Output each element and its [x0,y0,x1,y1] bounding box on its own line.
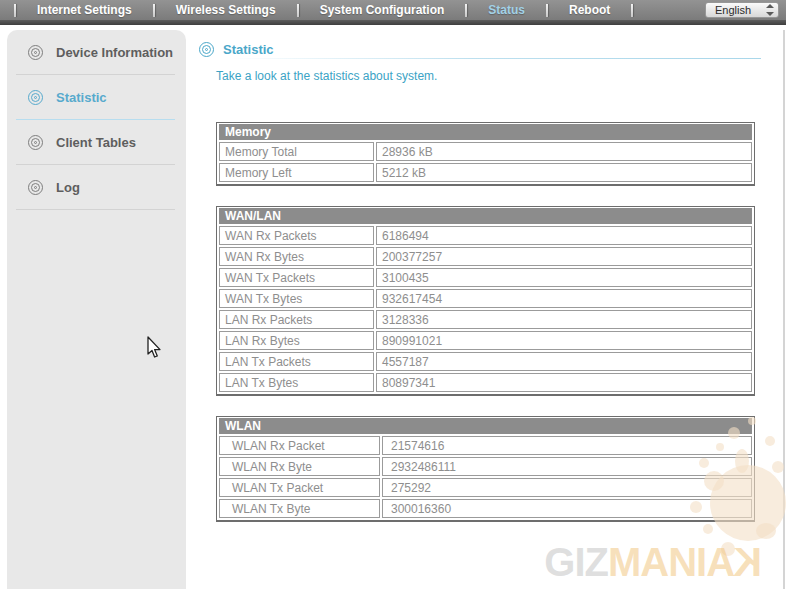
nav-system-configuration[interactable]: System Configuration [299,3,466,17]
stat-label: LAN Rx Packets [219,310,374,329]
nav-reboot[interactable]: Reboot [548,3,631,17]
stat-value: 2932486111 [382,457,752,476]
heading-underline [231,58,761,59]
sidebar-item-client-tables[interactable]: Client Tables [7,120,186,164]
nav-status[interactable]: Status [467,3,546,17]
ring-bullet-icon [28,135,43,150]
sidebar-item-label: Device Information [56,45,173,60]
sidebar-item-log[interactable]: Log [7,165,186,209]
sidebar-item-label: Log [56,180,80,195]
table-header: WAN/LAN [219,208,752,224]
router-admin-screen: Internet Settings Wireless Settings Syst… [0,0,786,589]
stat-label: Memory Left [219,163,374,182]
stat-label: WAN Tx Packets [219,268,374,287]
ring-bullet-icon [28,90,43,105]
stat-value: 80897341 [376,373,752,392]
stat-label: WLAN Tx Packet [219,478,380,497]
page-title-text: Statistic [223,42,274,57]
statistics-tables: Memory Memory Total 28936 kB Memory Left… [216,122,755,542]
wan-lan-table: WAN/LAN WAN Rx Packets 6186494 WAN Rx By… [216,206,755,396]
sidebar-divider [16,209,175,210]
page-title: Statistic [199,42,274,57]
top-navigation: Internet Settings Wireless Settings Syst… [0,0,786,20]
table-row: LAN Tx Bytes 80897341 [219,373,752,392]
stat-label: WAN Rx Packets [219,226,374,245]
table-row: WLAN Tx Byte 300016360 [219,499,752,518]
table-row: LAN Tx Packets 4557187 [219,352,752,371]
stat-value: 932617454 [376,289,752,308]
table-row: WAN Rx Packets 6186494 [219,226,752,245]
table-header: WLAN [219,418,752,434]
spinner-down-icon[interactable] [766,12,774,16]
sidebar: Device Information Statistic Client Tabl… [7,30,186,589]
ring-bullet-icon [28,45,43,60]
table-row: WAN Rx Bytes 200377257 [219,247,752,266]
table-row: WAN Tx Packets 3100435 [219,268,752,287]
stat-label: WLAN Rx Packet [219,436,380,455]
stat-label: Memory Total [219,142,374,161]
sidebar-item-label: Client Tables [56,135,136,150]
spinner-up-icon[interactable] [766,4,774,8]
sidebar-item-device-information[interactable]: Device Information [7,30,186,74]
language-select[interactable]: English [705,2,779,18]
memory-table: Memory Memory Total 28936 kB Memory Left… [216,122,755,186]
table-row: LAN Rx Packets 3128336 [219,310,752,329]
table-row: LAN Rx Bytes 890991021 [219,331,752,350]
stat-value: 4557187 [376,352,752,371]
sidebar-item-label: Statistic [56,90,107,105]
wlan-table: WLAN WLAN Rx Packet 21574616 WLAN Rx Byt… [216,416,755,522]
spinner-arrows-icon[interactable] [766,4,775,16]
stat-value: 3128336 [376,310,752,329]
language-select-value: English [715,4,751,16]
page-right-border [783,30,785,589]
nav-wireless-settings[interactable]: Wireless Settings [155,3,297,17]
main-content: Statistic Take a look at the statistics … [186,25,786,589]
page-subtitle: Take a look at the statistics about syst… [216,69,437,83]
table-row: WAN Tx Bytes 932617454 [219,289,752,308]
stat-label: LAN Tx Bytes [219,373,374,392]
ring-bullet-icon [28,180,43,195]
table-header: Memory [219,124,752,140]
stat-label: LAN Tx Packets [219,352,374,371]
stat-value: 300016360 [382,499,752,518]
stat-value: 5212 kB [376,163,752,182]
stat-value: 200377257 [376,247,752,266]
stat-value: 6186494 [376,226,752,245]
stat-value: 28936 kB [376,142,752,161]
table-row: Memory Total 28936 kB [219,142,752,161]
table-row: WLAN Rx Packet 21574616 [219,436,752,455]
nav-separator [631,4,633,17]
table-row: WLAN Tx Packet 275292 [219,478,752,497]
stat-value: 890991021 [376,331,752,350]
nav-internet-settings[interactable]: Internet Settings [16,3,153,17]
stat-value: 3100435 [376,268,752,287]
stat-label: WAN Tx Bytes [219,289,374,308]
stat-label: WLAN Rx Byte [219,457,380,476]
stat-label: WAN Rx Bytes [219,247,374,266]
ring-bullet-icon [199,42,214,57]
table-row: Memory Left 5212 kB [219,163,752,182]
sidebar-item-statistic[interactable]: Statistic [7,75,186,119]
stat-value: 21574616 [382,436,752,455]
table-row: WLAN Rx Byte 2932486111 [219,457,752,476]
stat-label: WLAN Tx Byte [219,499,380,518]
stat-value: 275292 [382,478,752,497]
stat-label: LAN Rx Bytes [219,331,374,350]
